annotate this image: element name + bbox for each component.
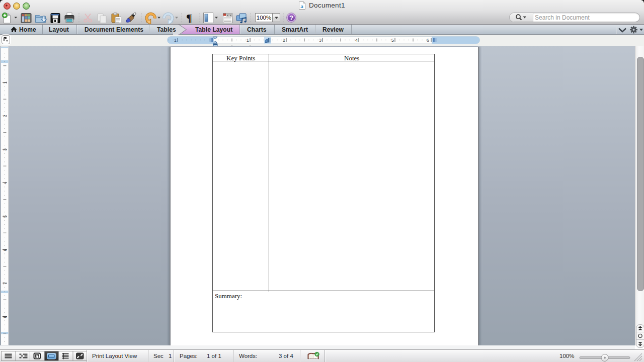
svg-text:4: 4 [355, 37, 358, 43]
svg-text:5: 5 [3, 215, 8, 218]
svg-text:?: ? [289, 14, 293, 22]
svg-text:7: 7 [3, 282, 8, 285]
svg-text:2: 2 [3, 115, 8, 117]
svg-text:5: 5 [391, 37, 394, 43]
svg-text:100%: 100% [257, 15, 271, 21]
svg-text:6: 6 [427, 37, 429, 43]
svg-text:2: 2 [283, 37, 285, 43]
svg-text:3: 3 [3, 148, 8, 151]
svg-text:4: 4 [3, 182, 8, 184]
svg-text:a: a [300, 3, 303, 9]
svg-text:1: 1 [174, 37, 177, 43]
svg-text:1: 1 [3, 81, 8, 84]
svg-text:1: 1 [247, 37, 249, 43]
svg-text:¶: ¶ [186, 12, 192, 24]
svg-text:8: 8 [3, 315, 8, 318]
svg-text:3: 3 [319, 37, 321, 43]
svg-text:6: 6 [3, 248, 8, 251]
